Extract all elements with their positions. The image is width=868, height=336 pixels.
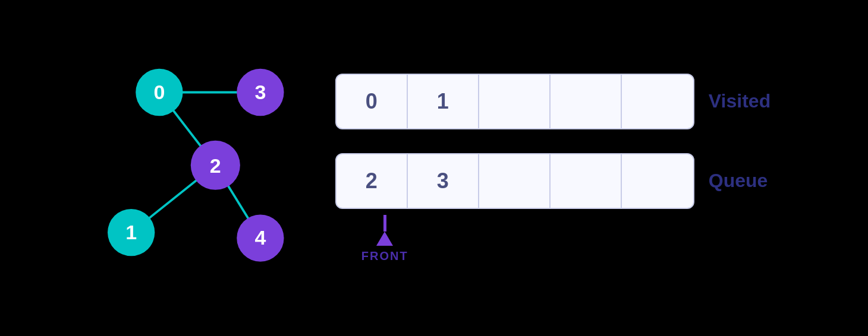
node-3-label: 3 [254,81,266,103]
graph-area: 0 1 2 3 4 [98,43,300,293]
queue-section: 2 3 Queue FRONT [335,153,770,263]
node-2-label: 2 [210,154,221,177]
visited-cell-0: 0 [336,75,408,128]
queue-row: 2 3 Queue [335,153,768,209]
queue-cell-4 [622,154,693,208]
visited-label: Visited [709,90,770,112]
queue-label: Queue [709,170,768,192]
node-4-label: 4 [254,226,266,249]
visited-cell-4 [622,75,693,128]
node-0-label: 0 [153,81,165,103]
right-panel: 0 1 Visited 2 3 Queue [335,74,770,263]
queue-cell-2 [479,154,551,208]
main-container: 0 1 2 3 4 0 1 Visited [98,43,770,293]
graph-svg: 0 1 2 3 4 [98,43,300,293]
visited-row: 0 1 Visited [335,74,770,129]
front-label: FRONT [361,249,408,263]
queue-array: 2 3 [335,153,694,209]
visited-array: 0 1 [335,74,694,129]
node-1-label: 1 [125,221,137,243]
visited-cell-2 [479,75,551,128]
front-arrow-shaft [383,215,386,232]
front-arrow-head [376,232,393,246]
queue-cell-0: 2 [336,154,408,208]
queue-cell-3 [551,154,622,208]
visited-cell-1: 1 [408,75,479,128]
front-indicator: FRONT [335,215,408,263]
visited-cell-3 [551,75,622,128]
queue-cell-1: 3 [408,154,479,208]
